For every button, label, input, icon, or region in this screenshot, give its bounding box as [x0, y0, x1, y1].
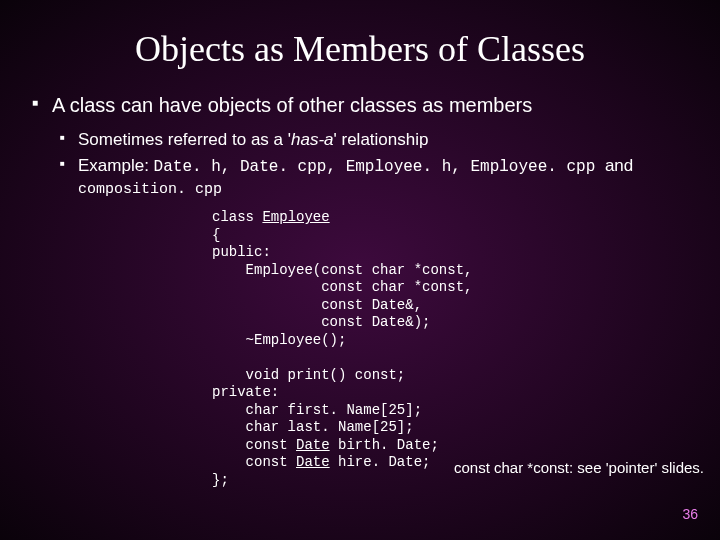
- code-line: char last. Name[25];: [212, 419, 414, 435]
- code-line: void print() const;: [212, 367, 405, 383]
- example-label: Example:: [78, 156, 154, 175]
- annotation-pointer-note: const char *const: see 'pointer' slides.: [454, 459, 704, 476]
- example-file-composition: composition. cpp: [78, 180, 700, 200]
- code-line: class: [212, 209, 262, 225]
- text: ' relationship: [334, 130, 429, 149]
- code-line: const char *const,: [212, 279, 472, 295]
- page-number: 36: [682, 506, 698, 522]
- content-area: A class can have objects of other classe…: [0, 94, 720, 489]
- bullet-level2-hasa: Sometimes referred to as a 'has-a' relat…: [60, 129, 700, 151]
- code-line: const: [212, 454, 296, 470]
- code-line: public:: [212, 244, 271, 260]
- code-block: class Employee { public: Employee(const …: [212, 209, 700, 489]
- text: Sometimes referred to as a ': [78, 130, 291, 149]
- text: and: [605, 156, 633, 175]
- code-line: hire. Date;: [330, 454, 431, 470]
- code-line: birth. Date;: [330, 437, 439, 453]
- code-class-name: Employee: [262, 209, 329, 225]
- has-a-italic: has-a: [291, 130, 334, 149]
- bullet-level2-example: Example: Date. h, Date. cpp, Employee. h…: [60, 155, 700, 199]
- code-line: };: [212, 472, 229, 488]
- code-line: private:: [212, 384, 279, 400]
- example-files: Date. h, Date. cpp, Employee. h, Employe…: [154, 158, 605, 176]
- code-line: char first. Name[25];: [212, 402, 422, 418]
- code-line: const: [212, 437, 296, 453]
- code-line: const Date&);: [212, 314, 430, 330]
- code-line: ~Employee();: [212, 332, 346, 348]
- code-line: const Date&,: [212, 297, 422, 313]
- code-line: {: [212, 227, 220, 243]
- bullet-level1: A class can have objects of other classe…: [32, 94, 700, 117]
- code-type-date: Date: [296, 454, 330, 470]
- code-type-date: Date: [296, 437, 330, 453]
- code-line: Employee(const char *const,: [212, 262, 472, 278]
- slide-title: Objects as Members of Classes: [0, 0, 720, 94]
